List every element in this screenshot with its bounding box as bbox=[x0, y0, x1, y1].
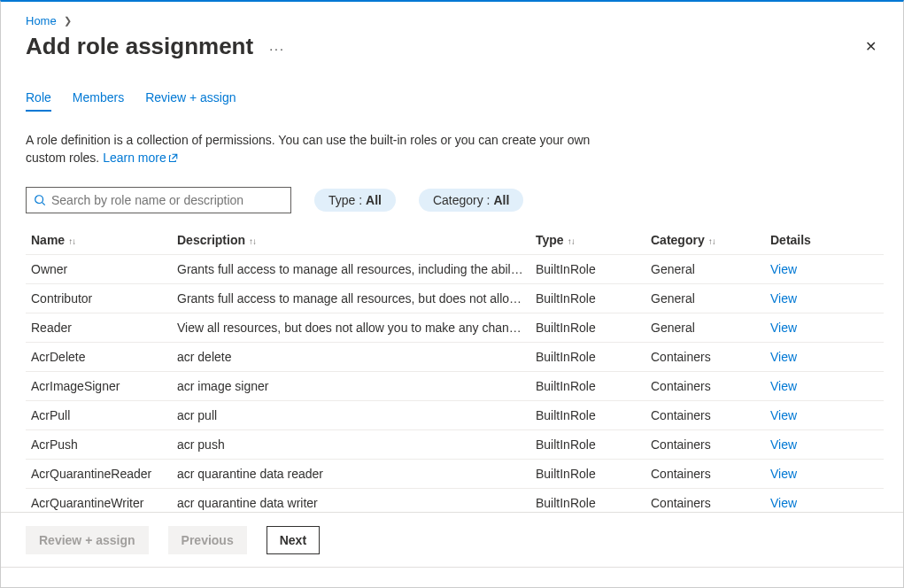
breadcrumb: Home ❯ bbox=[26, 2, 884, 33]
tab-members[interactable]: Members bbox=[73, 90, 124, 112]
cell-name: AcrImageSigner bbox=[26, 371, 172, 400]
search-icon bbox=[34, 194, 46, 206]
cell-name: AcrPull bbox=[26, 400, 172, 429]
more-actions-icon[interactable]: ··· bbox=[269, 42, 285, 56]
description-text: A role definition is a collection of per… bbox=[26, 131, 592, 167]
cell-description: acr image signer bbox=[172, 371, 530, 400]
cell-category: General bbox=[645, 313, 765, 342]
tab-role[interactable]: Role bbox=[26, 90, 51, 112]
tab-bar: Role Members Review + assign bbox=[26, 90, 884, 112]
table-row[interactable]: AcrQuarantineReaderacr quarantine data r… bbox=[26, 459, 884, 488]
cell-category: General bbox=[645, 283, 765, 313]
roles-table: Name↑↓ Description↑↓ Type↑↓ Category↑↓ D… bbox=[26, 226, 884, 512]
cell-description: acr quarantine data writer bbox=[172, 488, 530, 512]
view-details-link[interactable]: View bbox=[765, 283, 884, 313]
breadcrumb-home-link[interactable]: Home bbox=[26, 14, 57, 27]
review-assign-button: Review + assign bbox=[26, 526, 149, 554]
cell-name: AcrQuarantineReader bbox=[26, 459, 172, 488]
cell-description: acr quarantine data reader bbox=[172, 459, 530, 488]
cell-category: Containers bbox=[645, 488, 765, 512]
filter-type-pill[interactable]: Type : All bbox=[314, 189, 396, 212]
sort-icon: ↑↓ bbox=[708, 236, 715, 246]
view-details-link[interactable]: View bbox=[765, 254, 884, 283]
view-details-link[interactable]: View bbox=[765, 488, 884, 512]
view-details-link[interactable]: View bbox=[765, 459, 884, 488]
cell-description: acr push bbox=[172, 429, 530, 459]
sort-icon: ↑↓ bbox=[249, 236, 256, 246]
cell-type: BuiltInRole bbox=[530, 313, 645, 342]
cell-category: Containers bbox=[645, 400, 765, 429]
previous-button: Previous bbox=[168, 526, 247, 554]
cell-name: Owner bbox=[26, 254, 172, 283]
cell-description: Grants full access to manage all resourc… bbox=[172, 254, 530, 283]
view-details-link[interactable]: View bbox=[765, 313, 884, 342]
cell-description: View all resources, but does not allow y… bbox=[172, 313, 530, 342]
column-header-category[interactable]: Category↑↓ bbox=[645, 226, 765, 255]
sort-icon: ↑↓ bbox=[68, 236, 75, 246]
cell-category: Containers bbox=[645, 429, 765, 459]
column-header-name[interactable]: Name↑↓ bbox=[26, 226, 172, 255]
cell-type: BuiltInRole bbox=[530, 429, 645, 459]
table-row[interactable]: AcrPushacr pushBuiltInRoleContainersView bbox=[26, 429, 884, 459]
cell-type: BuiltInRole bbox=[530, 283, 645, 313]
cell-description: acr pull bbox=[172, 400, 530, 429]
cell-name: AcrPush bbox=[26, 429, 172, 459]
search-input[interactable] bbox=[46, 193, 283, 207]
table-row[interactable]: AcrDeleteacr deleteBuiltInRoleContainers… bbox=[26, 342, 884, 371]
column-header-description[interactable]: Description↑↓ bbox=[172, 226, 530, 255]
close-icon[interactable]: ✕ bbox=[858, 36, 884, 58]
view-details-link[interactable]: View bbox=[765, 342, 884, 371]
cell-type: BuiltInRole bbox=[530, 459, 645, 488]
cell-name: AcrDelete bbox=[26, 342, 172, 371]
cell-description: Grants full access to manage all resourc… bbox=[172, 283, 530, 313]
cell-description: acr delete bbox=[172, 342, 530, 371]
cell-type: BuiltInRole bbox=[530, 400, 645, 429]
cell-name: AcrQuarantineWriter bbox=[26, 488, 172, 512]
svg-point-0 bbox=[35, 195, 43, 203]
sort-icon: ↑↓ bbox=[568, 236, 575, 246]
cell-type: BuiltInRole bbox=[530, 254, 645, 283]
cell-category: Containers bbox=[645, 459, 765, 488]
cell-type: BuiltInRole bbox=[530, 342, 645, 371]
view-details-link[interactable]: View bbox=[765, 429, 884, 459]
table-row[interactable]: ContributorGrants full access to manage … bbox=[26, 283, 884, 313]
footer-bar: Review + assign Previous Next bbox=[1, 512, 903, 567]
table-row[interactable]: AcrQuarantineWriteracr quarantine data w… bbox=[26, 488, 884, 512]
cell-type: BuiltInRole bbox=[530, 371, 645, 400]
filter-category-pill[interactable]: Category : All bbox=[419, 189, 523, 212]
learn-more-link[interactable]: Learn more bbox=[103, 151, 179, 165]
cell-type: BuiltInRole bbox=[530, 488, 645, 512]
page-title: Add role assignment bbox=[26, 33, 253, 60]
cell-category: General bbox=[645, 254, 765, 283]
table-row[interactable]: AcrPullacr pullBuiltInRoleContainersView bbox=[26, 400, 884, 429]
cell-name: Contributor bbox=[26, 283, 172, 313]
horizontal-scrollbar[interactable] bbox=[1, 567, 903, 583]
cell-name: Reader bbox=[26, 313, 172, 342]
cell-category: Containers bbox=[645, 371, 765, 400]
column-header-details: Details bbox=[765, 226, 884, 255]
table-row[interactable]: AcrImageSigneracr image signerBuiltInRol… bbox=[26, 371, 884, 400]
view-details-link[interactable]: View bbox=[765, 400, 884, 429]
table-row[interactable]: ReaderView all resources, but does not a… bbox=[26, 313, 884, 342]
chevron-right-icon: ❯ bbox=[64, 15, 72, 27]
cell-category: Containers bbox=[645, 342, 765, 371]
view-details-link[interactable]: View bbox=[765, 371, 884, 400]
panel-scroll-container[interactable]: Home ❯ Add role assignment ··· ✕ Role Me… bbox=[1, 2, 903, 512]
search-input-wrap[interactable] bbox=[26, 187, 291, 213]
external-link-icon bbox=[168, 152, 179, 163]
next-button[interactable]: Next bbox=[267, 526, 320, 554]
column-header-type[interactable]: Type↑↓ bbox=[530, 226, 645, 255]
tab-review[interactable]: Review + assign bbox=[145, 90, 236, 112]
table-row[interactable]: OwnerGrants full access to manage all re… bbox=[26, 254, 884, 283]
